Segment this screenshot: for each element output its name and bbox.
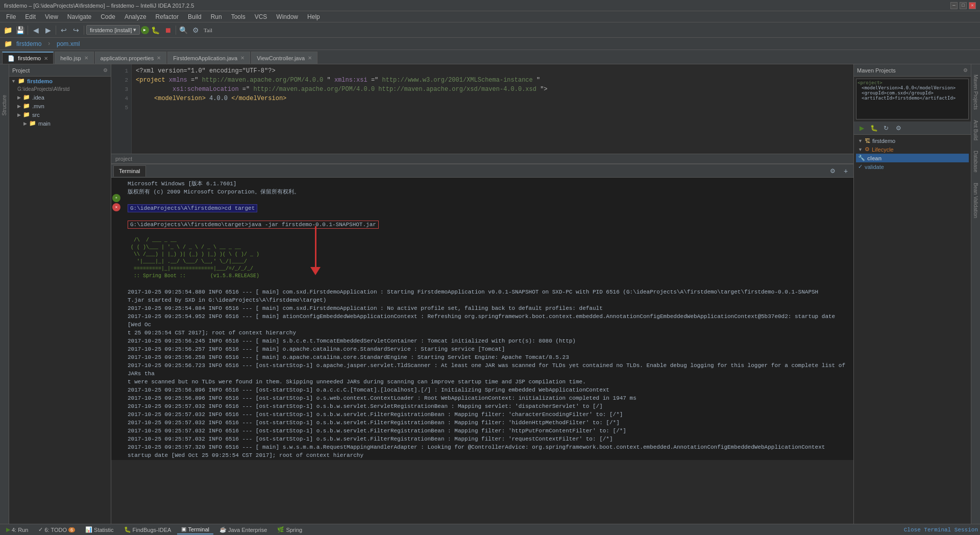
toolbar-undo-btn[interactable]: ↩: [58, 25, 69, 36]
maven-label-lifecycle: Lifecycle: [872, 147, 894, 153]
bottom-tab-java-enterprise[interactable]: ☕ Java Enterprise: [215, 525, 271, 534]
menu-code[interactable]: Code: [96, 12, 119, 21]
log-line-8: 2017-10-25 09:25:56.258 INFO 6516 --- [ …: [128, 353, 849, 361]
menu-view[interactable]: View: [41, 12, 62, 21]
menu-run[interactable]: Run: [207, 12, 226, 21]
toolbar-save-btn[interactable]: 💾: [14, 25, 26, 36]
toolbar-search-btn[interactable]: 🔍: [178, 25, 189, 36]
toolbar-forward-btn[interactable]: ▶: [42, 25, 54, 36]
bottom-tab-terminal[interactable]: ▣ Terminal: [177, 525, 213, 534]
menu-edit[interactable]: Edit: [21, 12, 40, 21]
close-session-label[interactable]: Close Terminal Session: [904, 527, 978, 533]
spring-icon: 🌿: [277, 526, 284, 533]
tab-application-properties[interactable]: application.properties ✕: [95, 52, 167, 64]
tree-root[interactable]: ▼ 📁 firstdemo: [9, 77, 111, 85]
line-num-4: 4: [111, 94, 128, 103]
terminal-close-btn[interactable]: ✕: [112, 203, 120, 211]
maven-settings-icon[interactable]: ⚙: [963, 67, 968, 73]
minimize-btn[interactable]: ─: [950, 2, 958, 9]
maven-label-firstdemo: firstdemo: [872, 138, 895, 144]
window-controls[interactable]: ─ □ ✕: [950, 2, 976, 9]
terminal-line-blank3: [128, 229, 849, 237]
tab-hello-jsp[interactable]: hello.jsp ✕: [55, 52, 93, 64]
tab-close-hello[interactable]: ✕: [84, 55, 88, 61]
maven-label-clean: clean: [867, 155, 881, 161]
maven-item-clean[interactable]: 🔧 clean: [856, 154, 969, 162]
menu-analyze[interactable]: Analyze: [120, 12, 151, 21]
log-line-15: 2017-10-25 09:25:57.032 INFO 6516 --- [o…: [128, 419, 849, 427]
stop-btn[interactable]: ⏹: [162, 25, 174, 36]
terminal-content[interactable]: + ✕ Microsoft Windows [版本 6.1.7601] 版权所有…: [111, 178, 853, 460]
code-content[interactable]: <?xml version="1.0" encoding="UTF-8"?> <…: [132, 64, 853, 154]
tree-path-label: G:\ideaProjects\A\firstd: [17, 86, 69, 92]
bottom-tab-run[interactable]: ▶ 4: Run: [2, 525, 32, 534]
maven-settings-btn[interactable]: ⚙: [893, 123, 904, 134]
code-editor[interactable]: 1 2 3 4 5 <?xml version="1.0" encoding="…: [111, 64, 853, 154]
maven-item-validate[interactable]: ✓ validate: [856, 162, 969, 171]
menu-help[interactable]: Help: [303, 12, 324, 21]
tab-close-viewcontroller[interactable]: ✕: [308, 55, 312, 61]
toolbar-open-btn[interactable]: 📁: [2, 25, 13, 36]
terminal-section: Terminal ⚙ + + ✕ Microsoft Windows [版本 6…: [111, 164, 853, 460]
debug-btn[interactable]: 🐛: [150, 25, 161, 36]
tree-item-src[interactable]: ▶ 📁 src: [9, 110, 111, 119]
menu-refactor[interactable]: Refactor: [152, 12, 183, 21]
code-line-3: xsi:schemaLocation =" http://maven.apach…: [136, 85, 849, 94]
log-line-6: 2017-10-25 09:25:56.245 INFO 6516 --- [ …: [128, 337, 849, 345]
toolbar-settings-btn[interactable]: ⚙: [190, 25, 202, 36]
maven-debug-btn[interactable]: 🐛: [868, 123, 879, 134]
menu-tools[interactable]: Tools: [227, 12, 250, 21]
terminal-tab[interactable]: Terminal: [113, 165, 146, 177]
tree-item-path: G:\ideaProjects\A\firstd: [9, 85, 111, 93]
tree-item-mvn[interactable]: ▶ 📁 .mvn: [9, 102, 111, 110]
maven-header-label: Maven Projects: [857, 67, 896, 74]
toolbar-back-btn[interactable]: ◀: [30, 25, 41, 36]
bottom-tab-findbugs[interactable]: 🐛 FindBugs-IDEA: [120, 525, 176, 534]
menu-file[interactable]: File: [2, 12, 20, 21]
terminal-plus-btn[interactable]: +: [840, 165, 851, 177]
menu-window[interactable]: Window: [272, 12, 302, 21]
tab-label-firstdemo-app: FirstdemoApplication.java: [173, 55, 237, 61]
tab-close-app-props[interactable]: ✕: [157, 55, 161, 61]
toolbar: 📁 💾 ◀ ▶ ↩ ↪ firstdemo [install] ▾ ▶ 🐛 ⏹ …: [0, 22, 980, 38]
log-line-11: 2017-10-25 09:25:56.896 INFO 6516 --- [o…: [128, 386, 849, 394]
bottom-tab-todo[interactable]: ✓ 6: TODO 6: [34, 525, 79, 534]
tab-firstdemo-application[interactable]: FirstdemoApplication.java ✕: [167, 52, 250, 64]
terminal-line-java: G:\ideaProjects\A\firstdemo\target>java …: [128, 221, 849, 229]
breadcrumb-firstdemo[interactable]: firstdemo: [16, 40, 41, 47]
arrow-head: [310, 267, 321, 275]
maven-refresh-btn[interactable]: ↻: [880, 123, 892, 134]
menu-build[interactable]: Build: [184, 12, 206, 21]
toolbar-redo-btn[interactable]: ↪: [70, 25, 82, 36]
close-btn[interactable]: ✕: [969, 2, 976, 9]
maven-run-btn[interactable]: ▶: [856, 123, 867, 134]
terminal-line-blank2: [128, 212, 849, 221]
menu-vcs[interactable]: VCS: [251, 12, 272, 21]
maven-icon-validate: ✓: [858, 163, 863, 170]
run-config-selector[interactable]: firstdemo [install] ▾: [86, 25, 140, 35]
tree-item-main[interactable]: ▶ 📁 main: [9, 119, 111, 128]
terminal-settings-btn[interactable]: ⚙: [827, 165, 838, 177]
ant-build-tab[interactable]: Ant Build: [973, 120, 978, 140]
tab-close-firstdemo[interactable]: ✕: [44, 56, 48, 61]
tab-viewcontroller[interactable]: ViewController.java ✕: [251, 52, 317, 64]
tab-firstdemo[interactable]: 📄 firstdemo ✕: [2, 52, 54, 64]
menu-navigate[interactable]: Navigate: [63, 12, 95, 21]
tree-item-idea[interactable]: ▶ 📁 .idea: [9, 93, 111, 102]
bottom-tab-spring[interactable]: 🌿 Spring: [273, 525, 306, 534]
run-label: 4: Run: [12, 527, 28, 533]
tree-icon-main: 📁: [29, 120, 36, 127]
tab-close-firstdemo-app[interactable]: ✕: [240, 55, 244, 61]
breadcrumb-pom[interactable]: pom.xml: [57, 40, 80, 47]
maximize-btn[interactable]: □: [960, 2, 967, 9]
run-button[interactable]: ▶: [141, 26, 149, 34]
bottom-tab-statistic[interactable]: 📊 Statistic: [81, 525, 118, 534]
terminal-add-btn[interactable]: +: [112, 194, 120, 202]
bean-validation-tab[interactable]: Bean Validation: [973, 183, 978, 218]
maven-projects-tab[interactable]: Maven Projects: [973, 75, 978, 110]
database-tab[interactable]: Database: [973, 151, 978, 173]
project-header-gear[interactable]: ⚙: [103, 67, 108, 73]
maven-item-firstdemo[interactable]: ▼ 🏗 firstdemo: [856, 137, 969, 145]
maven-item-lifecycle[interactable]: ▼ ⚙ Lifecycle: [856, 145, 969, 154]
toolbar-tail-btn[interactable]: Tail: [203, 25, 214, 36]
